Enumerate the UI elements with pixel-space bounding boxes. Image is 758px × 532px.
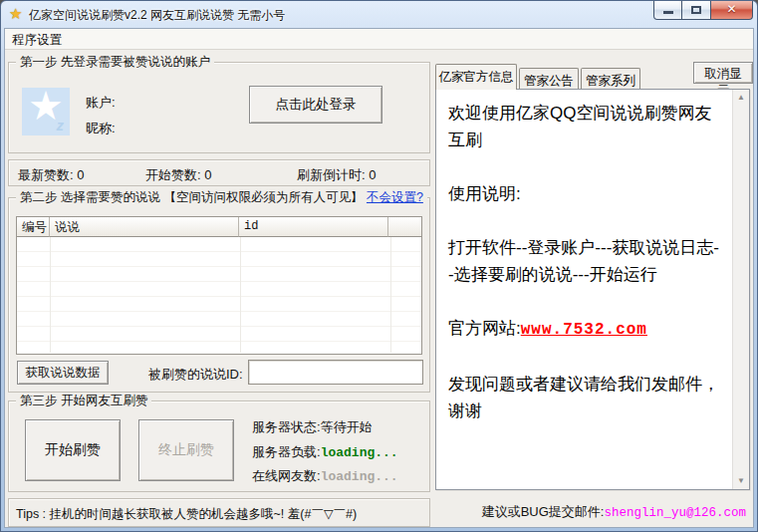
info-site: 官方网站:www.7532.com (448, 315, 724, 344)
qzone-avatar: ★ z (22, 88, 70, 135)
menu-bar: 程序设置 (5, 29, 753, 50)
window-controls: ✕ (653, 1, 753, 20)
info-feedback: 发现问题或者建议请给我们发邮件，谢谢 (448, 371, 724, 424)
latest-likes: 最新赞数: 0 (18, 166, 84, 184)
title-bar[interactable]: ★ 亿家空间说说刷赞v2.2 网友互刷说说赞 无需小号 ✕ (1, 1, 757, 28)
step2-groupbox: 第二步 选择需要赞的说说 【空间访问权限必须为所有人可见】 不会设置? 编号 说… (8, 197, 430, 393)
posts-table[interactable]: 编号 说说 id (16, 216, 422, 355)
email-line: 建议或BUG提交邮件:shenglin_yu@126.com (482, 503, 746, 521)
client-area: 程序设置 第一步 先登录需要被赞说说的账户 ★ z 账户: 昵称: 点击此处登录… (4, 28, 754, 528)
refresh-countdown: 刷新倒计时: 0 (297, 166, 376, 184)
step3-legend: 第三步 开始网友互刷赞 (16, 393, 151, 409)
cancel-display-button[interactable]: 取消显示 (693, 62, 753, 84)
server-load: 服务器负载:loading... (252, 443, 398, 461)
account-label: 账户: (86, 94, 116, 112)
latest-likes-label: 最新赞数: (18, 167, 74, 182)
minimize-button[interactable] (653, 1, 682, 20)
vertical-scrollbar[interactable]: ▲ ▼ (732, 90, 749, 489)
tips-bar: Tips : 挂机的时间越长获取被人赞的机会越多哦~! 羞(#￣▽￣#) (8, 498, 430, 527)
scroll-up-icon[interactable]: ▲ (733, 90, 749, 106)
target-id-label: 被刷赞的说说ID: (148, 366, 243, 384)
online-users: 在线网友数:loading... (252, 467, 398, 485)
column-divider (240, 237, 241, 353)
maximize-button[interactable] (682, 1, 710, 20)
step3-groupbox: 第三步 开始网友互刷赞 开始刷赞 终止刷赞 服务器状态:等待开始 服务器负载:l… (8, 400, 430, 492)
server-status-value: 等待开始 (321, 419, 373, 434)
tab-butler-notice[interactable]: 管家公告 (519, 68, 579, 90)
table-row (17, 282, 421, 297)
table-row (17, 342, 421, 357)
column-number[interactable]: 编号 (17, 217, 50, 237)
refresh-countdown-label: 刷新倒计时: (297, 167, 366, 182)
avatar-z-mark: z (57, 117, 65, 133)
start-likes: 开始赞数: 0 (145, 166, 211, 184)
site-url-link[interactable]: www.7532.com (521, 321, 647, 339)
server-load-label: 服务器负载: (252, 444, 321, 459)
minimize-icon (663, 11, 673, 14)
server-load-value: loading... (321, 445, 398, 460)
column-id[interactable]: id (239, 217, 388, 237)
close-button[interactable]: ✕ (710, 1, 753, 20)
column-extra[interactable] (388, 217, 421, 237)
posts-table-header: 编号 说说 id (17, 217, 421, 237)
table-row (17, 252, 421, 267)
nickname-label: 昵称: (86, 120, 116, 137)
tab-official-info[interactable]: 亿家官方信息 (435, 64, 517, 90)
target-id-input[interactable] (248, 360, 423, 385)
latest-likes-value: 0 (77, 167, 84, 182)
refresh-countdown-value: 0 (369, 167, 376, 182)
table-row (17, 237, 421, 252)
maximize-icon (691, 6, 701, 14)
app-window: ★ 亿家空间说说刷赞v2.2 网友互刷说说赞 无需小号 ✕ 程序设置 第一步 先… (0, 0, 758, 532)
fetch-posts-button[interactable]: 获取说说数据 (17, 361, 109, 385)
online-users-label: 在线网友数: (252, 468, 321, 483)
scroll-down-icon[interactable]: ▼ (733, 473, 749, 489)
column-divider (390, 237, 391, 353)
help-link[interactable]: 不会设置? (367, 190, 423, 204)
server-status: 服务器状态:等待开始 (252, 418, 373, 436)
window-title: 亿家空间说说刷赞v2.2 网友互刷说说赞 无需小号 (29, 7, 285, 24)
table-row (17, 297, 421, 312)
login-button[interactable]: 点击此处登录 (249, 86, 382, 124)
email-address[interactable]: shenglin_yu@126.com (604, 506, 746, 520)
step2-legend-text: 第二步 选择需要赞的说说 【空间访问权限必须为所有人可见】 (20, 190, 363, 204)
column-divider (50, 237, 51, 353)
start-likes-value: 0 (204, 167, 211, 182)
site-label: 官方网站: (448, 319, 521, 338)
menu-program-settings[interactable]: 程序设置 (5, 29, 69, 51)
online-users-value: loading... (321, 469, 398, 484)
tab-butler-series[interactable]: 管家系列 (581, 68, 640, 90)
server-status-label: 服务器状态: (252, 419, 321, 434)
info-content: 欢迎使用亿家QQ空间说说刷赞网友互刷 使用说明: 打开软件--登录账户---获取… (436, 90, 732, 489)
info-usage-title: 使用说明: (448, 180, 724, 207)
step1-legend: 第一步 先登录需要被赞说说的账户 (16, 54, 214, 71)
table-row (17, 327, 421, 342)
column-post[interactable]: 说说 (50, 217, 239, 237)
posts-table-body (17, 237, 421, 357)
stats-bar: 最新赞数: 0 开始赞数: 0 刷新倒计时: 0 (8, 159, 430, 186)
email-label: 建议或BUG提交邮件: (482, 504, 605, 519)
info-welcome: 欢迎使用亿家QQ空间说说刷赞网友互刷 (448, 100, 724, 153)
start-likes-label: 开始赞数: (145, 167, 201, 182)
table-row (17, 267, 421, 282)
app-star-icon: ★ (9, 5, 22, 23)
stop-like-button[interactable]: 终止刷赞 (138, 419, 234, 481)
step2-legend: 第二步 选择需要赞的说说 【空间访问权限必须为所有人可见】 不会设置? (16, 189, 427, 206)
start-like-button[interactable]: 开始刷赞 (25, 419, 121, 481)
info-usage-steps: 打开软件--登录账户---获取说说日志--选择要刷的说说---开始运行 (448, 234, 724, 288)
close-icon: ✕ (711, 2, 752, 16)
info-box: 欢迎使用亿家QQ空间说说刷赞网友互刷 使用说明: 打开软件--登录账户---获取… (435, 89, 750, 490)
tips-text: Tips : 挂机的时间越长获取被人赞的机会越多哦~! 羞(#￣▽￣#) (16, 506, 357, 523)
table-row (17, 312, 421, 327)
